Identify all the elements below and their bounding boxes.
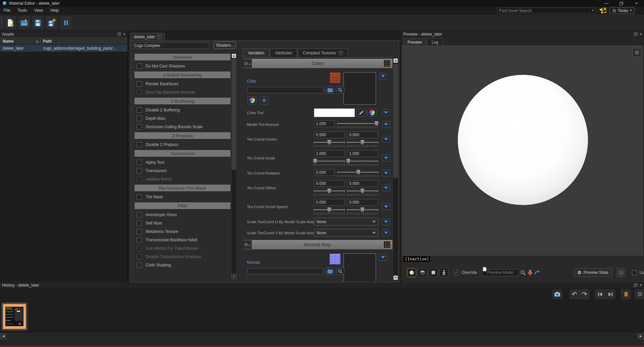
collapse-section-button[interactable]: − — [383, 60, 391, 67]
flag-row-do-not-cast-shadows[interactable]: Do Not Cast Shadows — [135, 62, 230, 70]
value-input[interactable] — [314, 199, 345, 206]
preview-mode-cube-button[interactable] — [418, 268, 427, 277]
slider-handle[interactable] — [327, 188, 331, 194]
slider[interactable] — [314, 142, 345, 147]
value-input[interactable] — [314, 120, 335, 127]
flag-row-alpha-test[interactable]: Alpha Test — [135, 158, 230, 166]
close-button[interactable]: × — [629, 0, 644, 7]
slider-handle[interactable] — [360, 207, 365, 212]
eyedropper-button[interactable] — [357, 109, 366, 117]
param-menu-button[interactable] — [382, 155, 390, 161]
param-menu-button[interactable] — [382, 170, 390, 177]
flag-row-translucent[interactable]: Translucent — [135, 166, 230, 175]
param-menu-button[interactable] — [382, 203, 390, 210]
value-input[interactable] — [314, 180, 345, 187]
flag-row-occlusion-culling-bounds-scale[interactable]: Occlusion Culling Bounds Scale — [135, 122, 230, 131]
section-menu-button[interactable]: ⚙ — [243, 240, 252, 249]
flag-row-depth-bias[interactable]: Depth Bias — [135, 114, 230, 122]
checkbox-do-not-cast-shadows[interactable] — [137, 63, 142, 69]
save-button[interactable] — [32, 15, 44, 30]
checkbox-metalness-texture[interactable] — [137, 229, 142, 234]
slider[interactable] — [314, 161, 345, 166]
search-texture-button[interactable] — [336, 267, 344, 275]
flag-row-transmissive-backface-ndotl[interactable]: Transmissive Backface Ndotl — [135, 236, 230, 244]
slider-track[interactable] — [347, 209, 378, 210]
save-as-button[interactable] — [45, 15, 58, 30]
float-panel-icon[interactable] — [634, 33, 637, 36]
asset-row[interactable]: delete_later csgo_addons/damaged_buildin… — [0, 45, 127, 52]
flags-scrollbar[interactable]: ▲ ▼ — [231, 53, 237, 279]
slider-track[interactable] — [337, 172, 378, 172]
history-redo-button[interactable]: ↷ — [580, 289, 589, 299]
mute-sounds-button[interactable] — [599, 6, 607, 15]
history-go-first-button[interactable] — [595, 289, 605, 299]
checkbox-dont-flip-backface-normals[interactable] — [137, 90, 142, 95]
slider-track[interactable] — [314, 161, 345, 161]
history-settings-button[interactable]: ⚙ — [635, 289, 644, 299]
texture-path-input[interactable] — [248, 268, 324, 275]
flag-row-disable-transmissive-shadows[interactable]: Disable Transmissive Shadows — [135, 252, 230, 261]
flag-row-self-illum[interactable]: Self Illum — [135, 219, 230, 227]
checkbox-tint-mask[interactable] — [137, 194, 142, 200]
checkbox-disable-z-prepass[interactable] — [137, 142, 142, 147]
slider-handle[interactable] — [346, 158, 351, 164]
menu-help[interactable]: Help — [47, 8, 62, 13]
menu-view[interactable]: View — [31, 8, 47, 13]
minimize-button[interactable]: — — [599, 0, 614, 7]
scroll-up-button[interactable]: ▲ — [393, 58, 398, 63]
flag-row-disable-z-buffering[interactable]: Disable Z Buffering — [135, 106, 230, 114]
flag-row-disable-z-prepass[interactable]: Disable Z Prepass — [135, 140, 230, 149]
value-input[interactable] — [347, 199, 378, 206]
checkbox-occlusion-culling-bounds-scale[interactable] — [137, 124, 142, 130]
tab-attributes[interactable]: Attributes — [270, 48, 297, 57]
slider[interactable] — [337, 169, 378, 177]
slider[interactable] — [347, 209, 378, 214]
menu-file[interactable]: File — [0, 8, 14, 13]
toolbar-drag-handle[interactable] — [1, 16, 3, 29]
texture-picker-button[interactable] — [248, 96, 257, 104]
preview-mode-plane-button[interactable] — [429, 268, 438, 277]
dropdown-scale-texcoord-v-by-model-scale-axis[interactable]: None — [314, 229, 378, 237]
value-input[interactable] — [347, 132, 378, 138]
tools-dropdown-button[interactable]: ⚙ Tools ▼ — [609, 7, 635, 14]
search-model-button[interactable] — [520, 270, 526, 276]
column-header-path[interactable]: Path — [41, 38, 127, 44]
texture-path-input[interactable] — [248, 87, 324, 93]
history-undo-button[interactable]: ↶ — [570, 289, 579, 299]
variables-scrollbar[interactable]: ▲ ▼ — [393, 58, 398, 281]
slider-track[interactable] — [337, 123, 378, 124]
flag-row-anisotropic-gloss[interactable]: Anisotropic Gloss — [135, 210, 230, 219]
slider[interactable] — [337, 120, 378, 128]
flag-row-dont-flip-backface-normals[interactable]: Dont Flip Backface Normals — [135, 88, 230, 96]
scroll-down-button[interactable]: ▼ — [393, 275, 398, 280]
param-menu-button[interactable] — [382, 218, 390, 225]
flag-row-metalness-texture[interactable]: Metalness Texture — [135, 227, 230, 236]
viewport-settings-button[interactable]: ⚙ — [633, 48, 641, 57]
slider-handle[interactable] — [360, 188, 365, 194]
texture-thumbnail[interactable] — [329, 72, 341, 84]
preview-mode-model-button[interactable] — [439, 268, 448, 277]
close-panel-button[interactable]: × — [123, 32, 125, 37]
checkbox-alpha-test[interactable] — [137, 160, 142, 165]
fast-asset-search[interactable]: ▼ — [497, 8, 596, 13]
override-checkbox[interactable]: ✓ — [454, 270, 459, 275]
slider[interactable] — [314, 191, 345, 196]
checkbox-translucent[interactable] — [137, 168, 142, 174]
close-tab-icon[interactable]: × — [157, 35, 161, 39]
menu-tools[interactable]: Tools — [14, 8, 31, 13]
float-panel-icon[interactable] — [117, 33, 121, 36]
slider[interactable] — [347, 161, 378, 166]
param-menu-button[interactable] — [382, 185, 390, 191]
fast-asset-search-input[interactable] — [497, 8, 589, 13]
texture-settings-button[interactable]: ⚙ — [260, 96, 269, 104]
history-scrollbar[interactable]: ◀ ▶ — [0, 333, 644, 339]
param-menu-button[interactable] — [379, 73, 387, 80]
close-tab-icon[interactable]: × — [339, 51, 343, 55]
history-entry[interactable] — [2, 303, 27, 330]
scrollbar-thumb[interactable] — [393, 64, 398, 178]
preview-model-input[interactable] — [482, 269, 518, 276]
checkbox-additive-blend[interactable] — [137, 177, 142, 182]
flag-row-render-backfaces[interactable]: Render Backfaces — [135, 80, 230, 88]
scroll-up-button[interactable]: ▲ — [231, 53, 236, 58]
scroll-down-button[interactable]: ▼ — [231, 274, 236, 279]
